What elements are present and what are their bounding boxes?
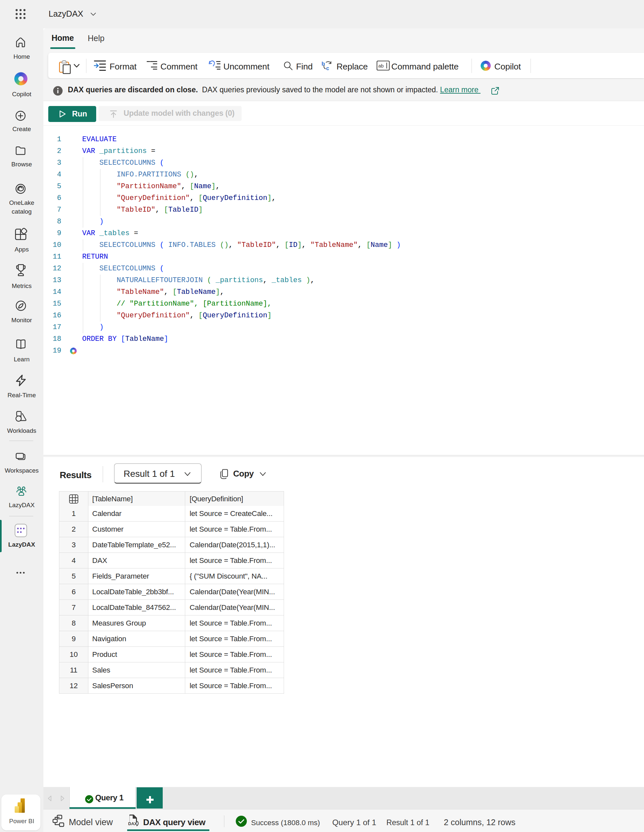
svg-text:ab: ab bbox=[378, 63, 384, 69]
svg-text:c: c bbox=[326, 65, 329, 71]
svg-text:DAX: DAX bbox=[128, 821, 137, 826]
svg-text:b: b bbox=[321, 61, 325, 67]
